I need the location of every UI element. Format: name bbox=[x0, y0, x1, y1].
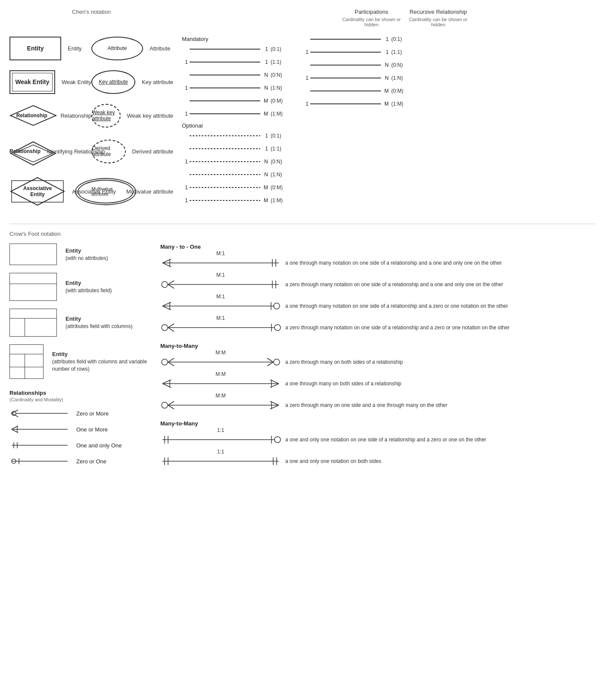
svg-line-45 bbox=[168, 358, 174, 362]
rel-one-or-more: One or More bbox=[9, 422, 147, 436]
crow-entity-cols-row: Entity (attributes field with columns) bbox=[9, 309, 147, 337]
crows-right-col: Many - to - One M:1 bbox=[160, 244, 596, 474]
mm-desc-0: a zero through many on both sides of a r… bbox=[285, 359, 596, 366]
one-to-one-section: Many-to-Many 1:1 bbox=[160, 420, 596, 470]
mm-row-2: M:M bbox=[160, 397, 596, 414]
opt-row-2: 1 N (0:N) bbox=[182, 156, 294, 168]
one-or-more-label: One or More bbox=[76, 426, 108, 433]
chen-relationship-shape: Relationship bbox=[9, 105, 54, 126]
svg-point-67 bbox=[274, 437, 281, 443]
crow-entity-attrs-label: Entity bbox=[65, 280, 81, 286]
crows-left-col: Entity (with no attributes) Entity (with… bbox=[9, 244, 147, 474]
svg-point-44 bbox=[162, 359, 168, 365]
m1-line-0: M:1 bbox=[160, 256, 281, 269]
part-line-0: 1 bbox=[182, 46, 268, 52]
svg-point-58 bbox=[162, 402, 168, 408]
m1-line-3: M:1 bbox=[160, 321, 281, 334]
mm-row-0: M:M bbox=[160, 353, 596, 371]
opt-row-0: 1 (0:1) bbox=[182, 130, 294, 142]
attr-row-key: Key attribute Key attribute bbox=[91, 67, 173, 97]
rec-row-3: 1 N (1:N) bbox=[302, 72, 596, 84]
svg-point-47 bbox=[274, 359, 280, 365]
one-or-more-symbol bbox=[9, 425, 70, 434]
crow-entity-var-row: Entity (attributes field with columns an… bbox=[9, 344, 147, 379]
many-to-many-title: Many-to-Many bbox=[160, 343, 596, 349]
chen-entity-shape: Entity bbox=[9, 37, 61, 60]
svg-line-40 bbox=[168, 328, 174, 331]
mm-line-2: M:M bbox=[160, 399, 281, 412]
rec-row-5: 1 M (1:M) bbox=[302, 98, 596, 110]
crow-entity-cols-label: Entity bbox=[65, 316, 81, 322]
part-row-1: 1 1 (1:1) bbox=[182, 56, 294, 68]
m1-desc-0: a one through many notation on one side … bbox=[285, 259, 596, 267]
weak-key-attr-label: Weak key attribute bbox=[127, 112, 173, 119]
one-only-symbol bbox=[9, 441, 70, 450]
shape-row-id-relationship: Relationship Identifying Relationship bbox=[9, 134, 91, 169]
key-attr-label: Key attribute bbox=[142, 79, 173, 85]
chen-assoc-entity-shape: AssociativeEntity bbox=[9, 176, 65, 206]
oo-row-1: 1:1 a one and only one not bbox=[160, 453, 596, 470]
relationship-label: Relationship bbox=[60, 112, 91, 119]
shape-row-entity: Entity Entity bbox=[9, 33, 91, 63]
opt-row-5: 1 M (1:M) bbox=[182, 194, 294, 206]
crow-entity-var-shape bbox=[9, 344, 44, 379]
zero-or-one-symbol bbox=[9, 457, 70, 466]
part-row-5: 1 M (1:M) bbox=[182, 108, 294, 120]
one-only-label: One and only One bbox=[76, 442, 122, 449]
svg-line-39 bbox=[168, 324, 174, 328]
oo-row-0: 1:1 a one and only one not bbox=[160, 431, 596, 448]
crow-entity-cols-sublabel: (attributes field with columns) bbox=[65, 323, 132, 329]
shape-row-weak-entity: Weak Entity Weak Entity bbox=[9, 67, 91, 97]
svg-point-35 bbox=[274, 303, 280, 309]
crow-entity-simple-shape bbox=[9, 244, 57, 265]
chen-id-relationship-shape: Relationship bbox=[9, 141, 41, 162]
attribute-label: Attribute bbox=[150, 45, 170, 52]
svg-line-59 bbox=[168, 401, 174, 405]
attr-row-multi: Multivalue attribute Multivalue attribut… bbox=[91, 172, 173, 211]
mm-desc-1: a one through many on both sides of a re… bbox=[285, 380, 596, 388]
crow-entity-var-label: Entity bbox=[52, 351, 68, 357]
crows-entities: Entity (with no attributes) Entity (with… bbox=[9, 244, 147, 379]
rec-row-1: 1 1 (1:1) bbox=[302, 46, 596, 58]
crow-entity-attrs-row: Entity (with attributes field) bbox=[9, 273, 147, 301]
recursive-sub: Cardinality can be shown or hidden bbox=[406, 17, 471, 27]
many-to-one-title: Many - to - One bbox=[160, 244, 596, 250]
svg-line-46 bbox=[168, 362, 174, 366]
many-to-one-section: Many - to - One M:1 bbox=[160, 244, 596, 336]
participations-title: Participations bbox=[337, 9, 406, 15]
m1-desc-1: a zero through many notation on one side… bbox=[285, 281, 596, 288]
rec-row-0: 1 (0:1) bbox=[302, 33, 596, 45]
rec-row-2: N (0:N) bbox=[302, 59, 596, 71]
svg-point-41 bbox=[274, 325, 281, 331]
m1-line-2: M:1 bbox=[160, 300, 281, 312]
crow-entity-attrs-sublabel: (with attributes field) bbox=[65, 288, 112, 294]
chens-title: Chen's notation bbox=[72, 9, 111, 15]
oo-desc-1: a one and only one notation on both side… bbox=[285, 458, 596, 465]
mm-desc-2: a zero through many on one side and a on… bbox=[285, 402, 596, 409]
rel-zero-or-one: Zero or One bbox=[9, 454, 147, 468]
m1-row-1: M:1 a zero through many no bbox=[160, 276, 596, 293]
one-to-one-title: Many-to-Many bbox=[160, 420, 596, 427]
opt-row-1: 1 (1:1) bbox=[182, 143, 294, 155]
page-container: Chen's notation Participations Cardinali… bbox=[9, 9, 596, 474]
shape-row-relationship: Relationship Relationship bbox=[9, 100, 91, 131]
entity-label: Entity bbox=[68, 45, 82, 52]
attr-row-derived: Derived attribute Derived attribute bbox=[91, 134, 173, 169]
zero-or-one-label: Zero or One bbox=[76, 458, 106, 465]
part-row-0: 1 (0:1) bbox=[182, 43, 294, 55]
section-divider bbox=[9, 224, 596, 224]
mm-row-1: M:M bbox=[160, 375, 596, 392]
crow-entity-var-sublabel: (attributes field with columns and varia… bbox=[52, 359, 147, 372]
chens-attrs-col: Attribute Attribute Key attribute Key at… bbox=[91, 33, 173, 211]
chen-multi-attr-shape: Multivalue attribute bbox=[91, 178, 120, 206]
chens-section: Chen's notation Participations Cardinali… bbox=[9, 9, 596, 211]
crows-title: Crow's Foot notation bbox=[9, 231, 596, 237]
svg-point-38 bbox=[162, 325, 168, 331]
crow-entity-simple-row: Entity (with no attributes) bbox=[9, 244, 147, 265]
rel-zero-or-more: Zero or More bbox=[9, 406, 147, 420]
svg-line-49 bbox=[267, 362, 273, 366]
chen-derived-attr-shape: Derived attribute bbox=[91, 140, 126, 163]
crows-rel-section: Relationships (Cardinality and Modality) bbox=[9, 390, 147, 468]
opt-row-3: N (1:N) bbox=[182, 169, 294, 181]
many-to-many-section: Many-to-Many M:M bbox=[160, 343, 596, 414]
